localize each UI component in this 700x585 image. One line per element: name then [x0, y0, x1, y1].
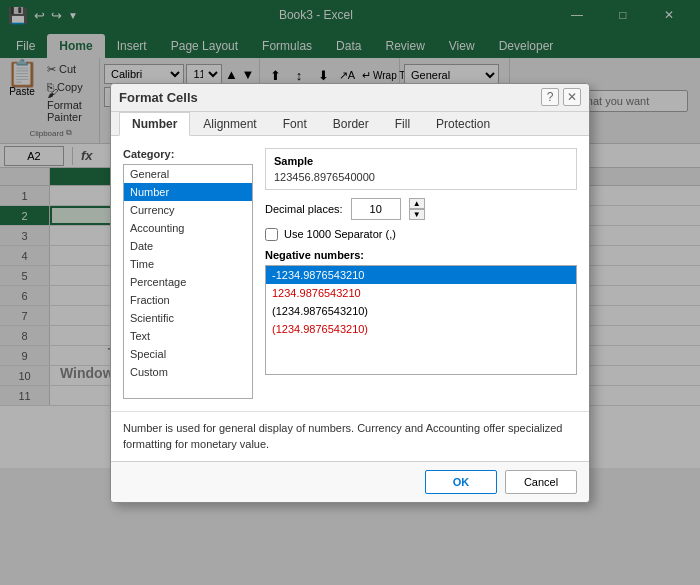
- modal-tab-fill[interactable]: Fill: [382, 112, 423, 136]
- decimal-spinner: ▲ ▼: [409, 198, 425, 220]
- category-custom[interactable]: Custom: [124, 363, 252, 381]
- category-percentage[interactable]: Percentage: [124, 273, 252, 291]
- decimal-input[interactable]: [351, 198, 401, 220]
- category-scientific[interactable]: Scientific: [124, 309, 252, 327]
- modal-title: Format Cells: [119, 90, 198, 105]
- category-currency[interactable]: Currency: [124, 201, 252, 219]
- negative-numbers-label: Negative numbers:: [265, 249, 577, 261]
- category-date[interactable]: Date: [124, 237, 252, 255]
- decimal-decrement-button[interactable]: ▼: [409, 209, 425, 220]
- modal-body: Category: General Number Currency Accoun…: [111, 136, 589, 411]
- modal-tab-font[interactable]: Font: [270, 112, 320, 136]
- sample-box: Sample 123456.8976540000: [265, 148, 577, 190]
- modal-controls: ? ✕: [541, 88, 581, 106]
- modal-tab-protection[interactable]: Protection: [423, 112, 503, 136]
- modal-description: Number is used for general display of nu…: [111, 411, 589, 461]
- category-time[interactable]: Time: [124, 255, 252, 273]
- sample-label: Sample: [274, 155, 568, 167]
- category-number[interactable]: Number: [124, 183, 252, 201]
- category-list[interactable]: General Number Currency Accounting Date …: [123, 164, 253, 399]
- modal-left-panel: Category: General Number Currency Accoun…: [123, 148, 253, 399]
- modal-footer: OK Cancel: [111, 461, 589, 502]
- ok-button[interactable]: OK: [425, 470, 497, 494]
- separator-label: Use 1000 Separator (,): [284, 228, 396, 240]
- modal-close-button[interactable]: ✕: [563, 88, 581, 106]
- modal-right-panel: Sample 123456.8976540000 Decimal places:…: [265, 148, 577, 399]
- neg-item-4[interactable]: (1234.9876543210): [266, 320, 576, 338]
- modal-titlebar: Format Cells ? ✕: [111, 84, 589, 112]
- decimal-label: Decimal places:: [265, 203, 343, 215]
- category-general[interactable]: General: [124, 165, 252, 183]
- decimal-increment-button[interactable]: ▲: [409, 198, 425, 209]
- modal-tab-alignment[interactable]: Alignment: [190, 112, 269, 136]
- modal-overlay: Format Cells ? ✕ Number Alignment Font B…: [0, 0, 700, 585]
- decimal-row: Decimal places: ▲ ▼: [265, 198, 577, 220]
- negative-numbers-list[interactable]: -1234.9876543210 1234.9876543210 (1234.9…: [265, 265, 577, 375]
- category-fraction[interactable]: Fraction: [124, 291, 252, 309]
- neg-item-1[interactable]: -1234.9876543210: [266, 266, 576, 284]
- modal-help-button[interactable]: ?: [541, 88, 559, 106]
- modal-tab-number[interactable]: Number: [119, 112, 190, 136]
- category-label: Category:: [123, 148, 253, 160]
- category-accounting[interactable]: Accounting: [124, 219, 252, 237]
- format-cells-dialog: Format Cells ? ✕ Number Alignment Font B…: [110, 83, 590, 503]
- category-special[interactable]: Special: [124, 345, 252, 363]
- modal-tab-border[interactable]: Border: [320, 112, 382, 136]
- category-text[interactable]: Text: [124, 327, 252, 345]
- neg-item-2[interactable]: 1234.9876543210: [266, 284, 576, 302]
- negative-numbers-section: Negative numbers: -1234.9876543210 1234.…: [265, 249, 577, 375]
- separator-row: Use 1000 Separator (,): [265, 228, 577, 241]
- modal-tab-bar: Number Alignment Font Border Fill Protec…: [111, 112, 589, 136]
- separator-checkbox[interactable]: [265, 228, 278, 241]
- cancel-button[interactable]: Cancel: [505, 470, 577, 494]
- neg-item-3[interactable]: (1234.9876543210): [266, 302, 576, 320]
- sample-value: 123456.8976540000: [274, 171, 568, 183]
